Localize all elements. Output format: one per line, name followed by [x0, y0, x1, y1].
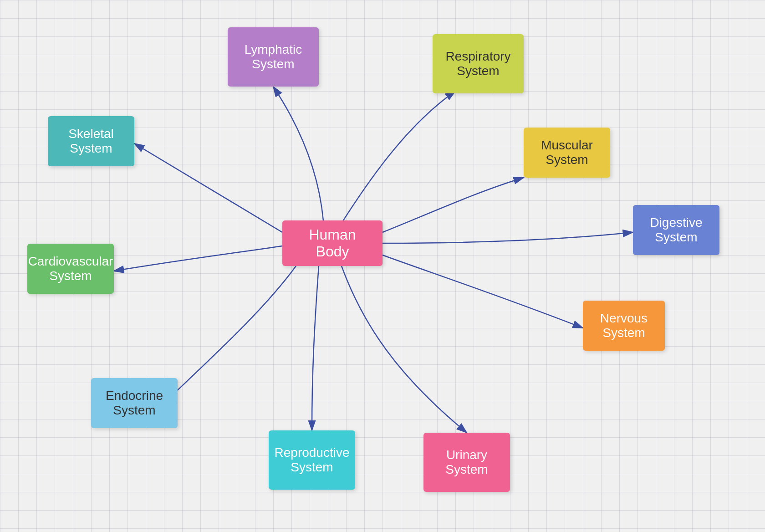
lymphatic-node: LymphaticSystem	[228, 27, 319, 87]
digestive-node: DigestiveSystem	[633, 205, 719, 255]
cardiovascular-node: CardiovascularSystem	[27, 244, 114, 294]
digestive-label: DigestiveSystem	[650, 215, 702, 245]
cardiovascular-label: CardiovascularSystem	[28, 254, 113, 283]
reproductive-label: ReproductiveSystem	[275, 445, 350, 475]
respiratory-node: RespiratorySystem	[433, 34, 524, 93]
nervous-node: NervousSystem	[583, 301, 665, 351]
lymphatic-label: LymphaticSystem	[245, 42, 302, 72]
center-label: Human Body	[291, 226, 373, 260]
muscular-label: MuscularSystem	[541, 138, 593, 167]
skeletal-node: SkeletalSystem	[48, 116, 134, 166]
respiratory-label: RespiratorySystem	[445, 49, 510, 78]
reproductive-node: ReproductiveSystem	[269, 430, 355, 490]
muscular-node: MuscularSystem	[524, 128, 610, 178]
endocrine-label: EndocrineSystem	[106, 389, 163, 418]
endocrine-node: EndocrineSystem	[91, 378, 178, 428]
urinary-label: UrinarySystem	[445, 448, 488, 477]
nervous-label: NervousSystem	[600, 311, 648, 340]
center-node: Human Body	[282, 220, 382, 266]
urinary-node: UrinarySystem	[423, 433, 510, 492]
skeletal-label: SkeletalSystem	[68, 127, 114, 156]
